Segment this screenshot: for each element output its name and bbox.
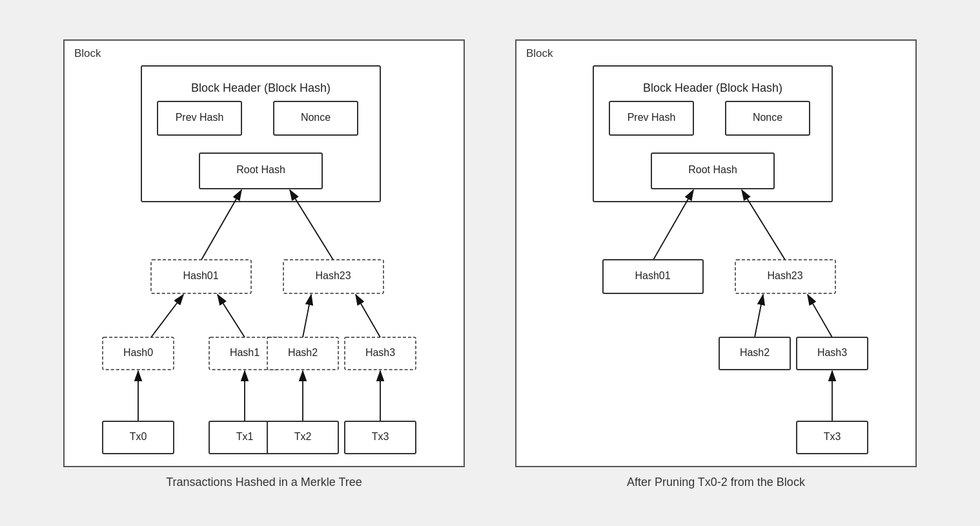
diagram1-tx2-text: Tx2 — [294, 431, 312, 442]
diagram2-block-title: Block — [526, 47, 553, 59]
diagram1-hash01-text: Hash01 — [183, 270, 218, 281]
diagram1-hash3-text: Hash3 — [365, 347, 395, 358]
diagram1-hash0-text: Hash0 — [123, 347, 153, 358]
diagram2-root-hash-text: Root Hash — [688, 164, 737, 175]
diagram1-hash1-text: Hash1 — [230, 347, 260, 358]
diagram2-nonce-text: Nonce — [753, 112, 782, 123]
diagram1-hash2-text: Hash2 — [288, 347, 318, 358]
diagram1-caption: Transactions Hashed in a Merkle Tree — [166, 476, 362, 489]
diagram2-hash01-text: Hash01 — [635, 270, 670, 281]
page-container: Block Block Header (Block Hash) Prev Has… — [38, 14, 942, 512]
diagram2-header-text: Block Header (Block Hash) — [643, 81, 782, 94]
diagram1-hash23-text: Hash23 — [315, 270, 351, 281]
diagram1-block-title: Block — [74, 47, 101, 59]
diagram2-prev-hash-text: Prev Hash — [628, 112, 676, 123]
diagram2-hash23-text: Hash23 — [767, 270, 802, 281]
diagram1-svg: Block Block Header (Block Hash) Prev Has… — [51, 27, 477, 499]
diagram1-tx1-text: Tx1 — [236, 431, 254, 442]
diagram1-prev-hash-text: Prev Hash — [176, 112, 224, 123]
diagram1-nonce-text: Nonce — [301, 112, 331, 123]
diagram1-section: Block Block Header (Block Hash) Prev Has… — [51, 27, 477, 499]
diagram2-section: Block Block Header (Block Hash) Prev Has… — [503, 27, 929, 499]
diagram2-tx3-text: Tx3 — [824, 431, 841, 442]
diagram1-tx3-text: Tx3 — [372, 431, 389, 442]
diagram2-svg: Block Block Header (Block Hash) Prev Has… — [503, 27, 929, 499]
diagram2-hash2-text: Hash2 — [740, 347, 770, 358]
diagram1-root-hash-text: Root Hash — [236, 164, 285, 175]
diagram2-caption: After Pruning Tx0-2 from the Block — [627, 476, 806, 489]
diagram1-header-text: Block Header (Block Hash) — [191, 81, 331, 94]
diagram2-hash3-text: Hash3 — [817, 347, 847, 358]
diagram1-tx0-text: Tx0 — [130, 431, 147, 442]
